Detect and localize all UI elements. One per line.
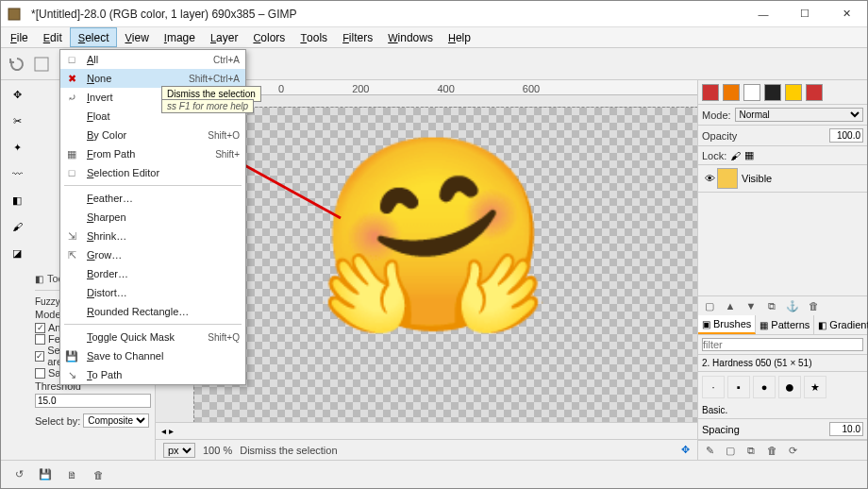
brush-item[interactable]: ●: [753, 376, 776, 398]
paintbrush-tool-icon[interactable]: 🖌: [7, 216, 27, 237]
tab-brushes[interactable]: ▣ Brushes: [698, 315, 756, 334]
menu-item-from-path[interactable]: ▦From PathShift+: [60, 144, 245, 163]
fuzzy-select-tool-icon[interactable]: ✦: [7, 137, 27, 158]
blend-mode-dropdown[interactable]: Normal: [735, 108, 863, 122]
swatch-orange-icon[interactable]: [723, 84, 740, 101]
delete-brush-icon[interactable]: 🗑: [764, 443, 779, 458]
image-content-emoji: 🤗: [316, 141, 552, 329]
menu-image[interactable]: Image: [157, 27, 203, 47]
canvas-scrollbar-h[interactable]: ◂ ▸: [156, 422, 697, 439]
menu-colors[interactable]: Colors: [245, 27, 292, 47]
paths-tool-icon[interactable]: 〰: [7, 163, 27, 184]
anchor-layer-icon[interactable]: ⚓: [785, 298, 800, 313]
menu-item-to-path[interactable]: ↘To Path: [60, 365, 245, 384]
swatch-black-icon[interactable]: [764, 84, 781, 101]
zoom-value[interactable]: 100 %: [203, 445, 232, 456]
undo-history-icon[interactable]: [7, 54, 27, 75]
save-icon[interactable]: 💾: [37, 466, 54, 483]
swatch-red-icon[interactable]: [702, 84, 719, 101]
reset-icon[interactable]: ↺: [10, 466, 27, 483]
navigation-icon[interactable]: ✥: [681, 444, 690, 456]
layer-thumbnail[interactable]: [717, 168, 738, 189]
maximize-button[interactable]: ☐: [784, 1, 826, 27]
menu-item-selection-editor[interactable]: □Selection Editor: [60, 163, 245, 182]
menu-filters[interactable]: Filters: [335, 27, 380, 47]
menu-layer[interactable]: Layer: [203, 27, 245, 47]
menu-item-save-to-channel[interactable]: 💾Save to Channel: [60, 346, 245, 365]
layer-name[interactable]: Visible: [742, 173, 772, 184]
move-tool-icon[interactable]: ✥: [7, 84, 27, 105]
lock-alpha-icon[interactable]: ▦: [744, 149, 754, 161]
brush-category[interactable]: Basic.: [698, 402, 867, 419]
brush-item[interactable]: ●: [778, 376, 801, 398]
menu-edit[interactable]: Edit: [36, 27, 70, 47]
menu-item-border-[interactable]: Border…: [60, 264, 245, 283]
opacity-label: Opacity: [702, 130, 826, 142]
help-hint: ss F1 for more help: [161, 99, 254, 113]
svg-rect-0: [8, 8, 20, 20]
menu-item-all[interactable]: □AllCtrl+A: [60, 50, 245, 69]
spacing-input[interactable]: [829, 422, 863, 436]
menu-item-toggle-quick-mask[interactable]: Toggle Quick MaskShift+Q: [60, 328, 245, 346]
brush-item[interactable]: ▪: [727, 376, 750, 398]
edit-brush-icon[interactable]: ✎: [702, 443, 717, 458]
new-layer-icon[interactable]: ▢: [702, 298, 717, 313]
refresh-brushes-icon[interactable]: ⟳: [785, 443, 800, 458]
image-tab-icon[interactable]: [31, 54, 52, 75]
unit-dropdown[interactable]: px: [163, 443, 195, 458]
tab-gradients[interactable]: ◧ Gradients: [814, 315, 868, 334]
menu-file[interactable]: File: [3, 27, 36, 47]
spacing-label: Spacing: [702, 424, 826, 435]
color-picker-tool-icon[interactable]: ◧: [7, 190, 27, 211]
minimize-button[interactable]: —: [743, 1, 784, 27]
menu-item-shrink-[interactable]: ⇲Shrink…: [60, 227, 245, 245]
right-dock: Mode: Normal Opacity Lock: 🖌 ▦ 👁 Visible…: [697, 80, 867, 460]
brush-item[interactable]: ★: [804, 376, 826, 398]
menu-view[interactable]: View: [117, 27, 156, 47]
brush-grid[interactable]: · ▪ ● ● ★: [698, 372, 867, 402]
menu-windows[interactable]: Windows: [380, 27, 441, 47]
menu-item-none[interactable]: ✖NoneShift+Ctrl+A: [60, 69, 245, 88]
delete-icon[interactable]: 🗑: [90, 466, 107, 483]
brush-actions: ✎ ▢ ⧉ 🗑 ⟳: [698, 440, 867, 460]
menu-item-by-color[interactable]: By ColorShift+O: [60, 126, 245, 144]
menu-item-sharpen[interactable]: Sharpen: [60, 208, 245, 227]
brush-filter-input[interactable]: [702, 338, 863, 351]
menu-select[interactable]: Select: [70, 27, 118, 47]
menu-item-grow-[interactable]: ⇱Grow…: [60, 245, 245, 264]
duplicate-layer-icon[interactable]: ⧉: [764, 298, 779, 313]
menu-item-distort-[interactable]: Distort…: [60, 283, 245, 302]
swatch-yellow-icon[interactable]: [785, 84, 802, 101]
channels-tabstrip[interactable]: [698, 80, 867, 105]
document-icon[interactable]: 🗎: [63, 466, 80, 483]
layers-actions: ▢ ▲ ▼ ⧉ ⚓ 🗑: [698, 295, 867, 315]
menu-tools[interactable]: Tools: [292, 27, 335, 47]
window-title: *[Untitled]-28.0 (RGB color, 1 layer) 69…: [27, 8, 743, 21]
menu-help[interactable]: Help: [441, 27, 478, 47]
eraser-tool-icon[interactable]: ◪: [7, 243, 27, 263]
lock-pixels-icon[interactable]: 🖌: [730, 150, 741, 161]
close-button[interactable]: ✕: [826, 1, 867, 27]
select-by-dropdown[interactable]: Composite: [83, 413, 149, 428]
lock-label: Lock:: [702, 150, 726, 161]
menu-item-rounded-rectangle-[interactable]: Rounded Rectangle…: [60, 302, 245, 321]
new-brush-icon[interactable]: ▢: [723, 443, 738, 458]
bottom-toolbar: ↺ 💾 🗎 🗑: [1, 460, 867, 488]
swatch-white-icon[interactable]: [743, 84, 760, 101]
swatch-red2-icon[interactable]: [806, 84, 823, 101]
brush-item[interactable]: ·: [702, 376, 725, 398]
svg-rect-1: [35, 58, 48, 71]
layer-visibility-icon[interactable]: 👁: [702, 173, 717, 184]
crop-tool-icon[interactable]: ✂: [7, 110, 27, 131]
menu-item-feather-[interactable]: Feather…: [60, 189, 245, 208]
app-icon: [7, 7, 22, 22]
tab-patterns[interactable]: ▦ Patterns: [756, 315, 814, 334]
brush-tabs: ▣ Brushes ▦ Patterns ◧ Gradients: [698, 315, 867, 335]
mode-label: Mode:: [702, 110, 731, 121]
raise-layer-icon[interactable]: ▲: [723, 298, 738, 313]
delete-layer-icon[interactable]: 🗑: [806, 298, 821, 313]
opacity-input[interactable]: [829, 128, 863, 143]
threshold-input[interactable]: [35, 394, 151, 408]
duplicate-brush-icon[interactable]: ⧉: [743, 443, 759, 458]
lower-layer-icon[interactable]: ▼: [743, 298, 759, 313]
